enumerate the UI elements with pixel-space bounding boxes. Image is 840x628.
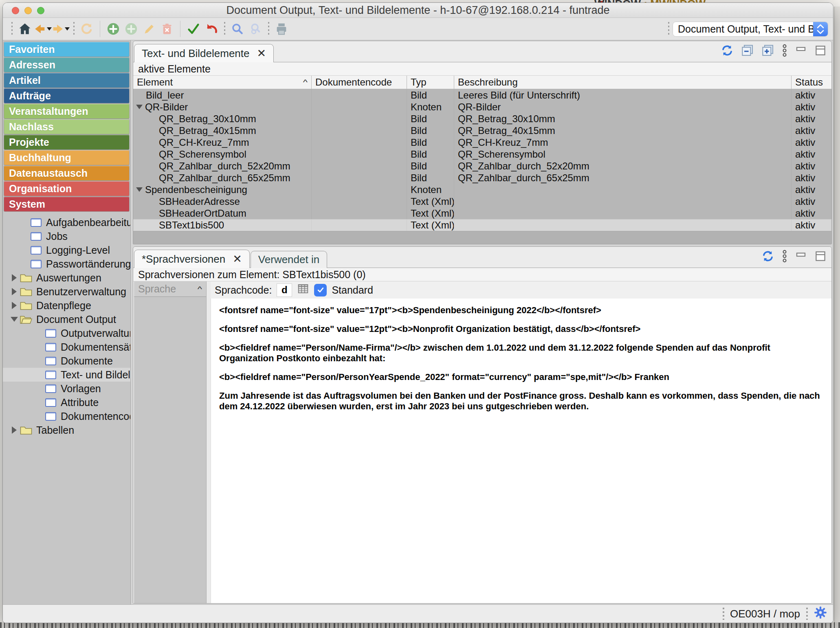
- tree-item[interactable]: Auswertungen: [3, 271, 130, 285]
- tab-sprachversionen[interactable]: *Sprachversionen ✕: [134, 250, 250, 268]
- panel-minimize-button[interactable]: [795, 250, 807, 262]
- sidebar-section[interactable]: Nachlass: [4, 119, 129, 134]
- back-history-dropdown-icon[interactable]: [47, 27, 52, 31]
- panel-maximize-button[interactable]: [814, 44, 827, 57]
- kebab-menu-icon: [782, 250, 787, 263]
- panel-refresh-button[interactable]: [761, 250, 774, 263]
- language-table-button[interactable]: [297, 283, 309, 297]
- sidebar-section[interactable]: Veranstaltungen: [4, 104, 129, 119]
- close-tab-icon[interactable]: ✕: [257, 48, 266, 59]
- tree-item[interactable]: Dokumentensätze: [3, 340, 130, 354]
- settings-button[interactable]: [814, 606, 827, 622]
- tree-expander[interactable]: [9, 317, 19, 322]
- tree-item[interactable]: Document Output: [3, 312, 130, 326]
- panel-menu-button[interactable]: [782, 44, 787, 57]
- tree-item[interactable]: Aufgabenbearbeitung: [3, 215, 130, 229]
- panel-minimize-button[interactable]: [795, 44, 807, 57]
- sidebar-section[interactable]: Artikel: [4, 73, 129, 88]
- add-copy-button[interactable]: [122, 20, 140, 38]
- sidebar-section[interactable]: Buchhaltung: [4, 150, 129, 165]
- sidebar-section[interactable]: Datenaustausch: [4, 166, 129, 180]
- forward-button[interactable]: [52, 20, 70, 38]
- tree-item[interactable]: Benutzerverwaltung: [3, 285, 130, 299]
- tree-item[interactable]: Vorlagen: [3, 382, 130, 395]
- sprache-list[interactable]: [134, 297, 206, 603]
- zoom-window-button[interactable]: [37, 7, 44, 14]
- confirm-button[interactable]: [185, 20, 202, 38]
- view-selector-combobox[interactable]: Document Output, Text- und Bildelem: [673, 22, 828, 37]
- edit-button[interactable]: [140, 20, 158, 38]
- table-row[interactable]: Spendenbescheinigung Knoten aktiv: [133, 184, 831, 195]
- system-tree: Aufgabenbearbeitung Jobs: [3, 212, 130, 604]
- column-header-status[interactable]: Status: [792, 76, 831, 89]
- panel-menu-button[interactable]: [782, 250, 787, 263]
- column-header-sprache[interactable]: Sprache ^: [134, 281, 206, 297]
- table-row[interactable]: QR_CH-Kreuz_7mm Bild QR_CH-Kreuz_7mm akt…: [133, 136, 831, 148]
- tree-expander[interactable]: [9, 302, 19, 309]
- delete-button[interactable]: [158, 20, 176, 38]
- column-header-dokumentencode[interactable]: Dokumentencode: [312, 76, 407, 89]
- table-row[interactable]: QR_Betrag_30x10mm Bild QR_Betrag_30x10mm…: [133, 113, 831, 125]
- printer-icon: [275, 22, 288, 36]
- sidebar-section[interactable]: Projekte: [4, 135, 129, 149]
- tree-item[interactable]: Dokumentencodes: [3, 409, 130, 423]
- sprachcode-input[interactable]: d: [277, 283, 292, 297]
- home-button[interactable]: [16, 20, 34, 38]
- table-row[interactable]: QR_Zahlbar_durch_65x25mm Bild QR_Zahlbar…: [133, 172, 831, 184]
- search-button[interactable]: [229, 20, 246, 38]
- window-icon: [31, 232, 42, 241]
- tab-text-und-bildelemente[interactable]: Text- und Bildelemente ✕: [134, 44, 274, 62]
- tree-item[interactable]: Datenpflege: [3, 299, 130, 312]
- sidebar-section[interactable]: System: [4, 197, 129, 211]
- expand-all-button[interactable]: [761, 44, 774, 57]
- close-tab-icon[interactable]: ✕: [233, 254, 242, 265]
- panel-maximize-button[interactable]: [814, 250, 827, 262]
- tree-item[interactable]: Passwortänderung: [3, 257, 130, 271]
- table-row[interactable]: QR_Betrag_40x15mm Bild QR_Betrag_40x15mm…: [133, 125, 831, 136]
- sidebar-section[interactable]: Aufträge: [4, 88, 129, 103]
- back-button[interactable]: [34, 20, 52, 38]
- elements-tabbar: Text- und Bildelemente ✕: [133, 41, 831, 62]
- sidebar-section[interactable]: Organisation: [4, 181, 129, 196]
- refresh-icon: [761, 250, 774, 263]
- panel-refresh-button[interactable]: [721, 44, 734, 57]
- standard-checkbox[interactable]: [314, 284, 327, 296]
- tree-expander[interactable]: [9, 426, 19, 434]
- tree-item[interactable]: Outputverwaltung: [3, 326, 130, 340]
- add-button[interactable]: [104, 20, 122, 38]
- table-row[interactable]: QR-Bilder Knoten QR-Bilder aktiv: [133, 101, 831, 113]
- search-advanced-button[interactable]: [246, 20, 264, 38]
- table-row[interactable]: QR_Zahlbar_durch_52x20mm Bild QR_Zahlbar…: [133, 160, 831, 172]
- chevron-up-icon: [817, 24, 824, 29]
- column-header-typ[interactable]: Typ: [407, 76, 454, 89]
- tree-expander[interactable]: [9, 274, 19, 281]
- tree-expander[interactable]: [9, 288, 19, 295]
- collapse-all-button[interactable]: [741, 44, 754, 57]
- forward-history-dropdown-icon[interactable]: [65, 27, 70, 31]
- tree-item[interactable]: Logging-Level: [3, 243, 130, 257]
- minimize-window-button[interactable]: [24, 7, 32, 14]
- table-row[interactable]: Bild_leer Bild Leeres Bild (für Untersch…: [133, 89, 831, 101]
- print-button[interactable]: [273, 20, 290, 38]
- table-row[interactable]: SBText1bis500 Text (Xml) aktiv: [133, 219, 831, 231]
- tree-item-label: Auswertungen: [36, 272, 101, 284]
- tree-item[interactable]: Attribute: [3, 395, 130, 409]
- table-row[interactable]: QR_Scherensymbol Bild QR_Scherensymbol a…: [133, 148, 831, 160]
- tree-item[interactable]: Dokumente: [3, 354, 130, 368]
- undo-button[interactable]: [202, 20, 220, 38]
- close-window-button[interactable]: [12, 7, 19, 14]
- xml-text-editor[interactable]: <fontsref name="font-size" value="17pt">…: [211, 299, 831, 603]
- undo-icon: [205, 22, 218, 36]
- view-selector-stepper[interactable]: [813, 22, 828, 36]
- tree-item[interactable]: Jobs: [3, 229, 130, 243]
- column-header-beschreibung[interactable]: Beschreibung: [454, 76, 792, 89]
- table-row[interactable]: SBHeaderOrtDatum Text (Xml) aktiv: [133, 207, 831, 219]
- tree-item[interactable]: Text- und Bildelemente: [3, 368, 130, 382]
- sidebar-section[interactable]: Favoriten: [4, 42, 129, 57]
- sidebar-section[interactable]: Adressen: [4, 57, 129, 72]
- table-row[interactable]: SBHeaderAdresse Text (Xml) aktiv: [133, 195, 831, 207]
- column-header-element[interactable]: Element^: [133, 76, 312, 89]
- refresh-button[interactable]: [78, 20, 96, 38]
- tab-verwendet-in[interactable]: Verwendet in: [251, 251, 327, 268]
- tree-item[interactable]: Tabellen: [3, 423, 130, 437]
